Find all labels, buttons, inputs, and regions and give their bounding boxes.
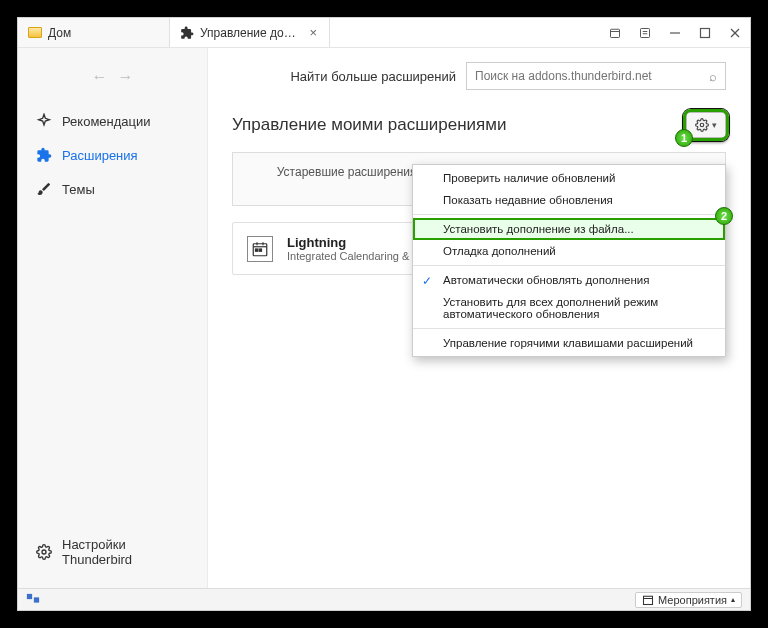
statusbar-events-button[interactable]: Мероприятия ▴ [635,592,742,608]
page-heading: Управление моими расширениями [232,115,686,135]
sidebar-item-themes[interactable]: Темы [18,172,207,206]
svg-rect-19 [644,596,653,604]
search-icon[interactable]: ⌕ [709,69,717,84]
sidebar-item-settings[interactable]: Настройки Thunderbird [18,528,207,576]
maximize-button[interactable] [690,18,720,48]
back-arrow-icon[interactable]: ← [92,68,108,86]
close-window-button[interactable] [720,18,750,48]
menu-set-all-auto[interactable]: Установить для всех дополнений режим авт… [413,291,725,325]
nav-arrows: ← → [18,58,207,104]
tab-addons-label: Управление дополнениями [200,26,301,40]
menu-check-updates[interactable]: Проверить наличие обновлений [413,167,725,189]
svg-rect-6 [701,28,710,37]
menu-separator [413,328,725,329]
statusbar: Мероприятия ▴ [18,588,750,610]
menu-manage-shortcuts[interactable]: Управление горячими клавишами расширений [413,332,725,354]
puzzle-icon [180,26,194,40]
puzzle-icon [36,147,52,163]
menu-install-from-file[interactable]: Установить дополнение из файла... [413,218,725,240]
tab-addons[interactable]: Управление дополнениями × [170,18,330,47]
brush-icon [36,181,52,197]
search-box[interactable]: ⌕ [466,62,726,90]
minimize-button[interactable] [660,18,690,48]
menu-debug-addons[interactable]: Отладка дополнений [413,240,725,262]
sidebar-item-recommendations[interactable]: Рекомендации [18,104,207,138]
sidebar-item-extensions[interactable]: Расширения [18,138,207,172]
menu-separator [413,214,725,215]
svg-rect-15 [256,249,258,251]
tab-home-label: Дом [48,26,71,40]
calendar-icon [247,236,273,262]
menu-auto-update[interactable]: Автоматически обновлять дополнения [413,269,725,291]
svg-point-9 [42,550,46,554]
window-controls [600,18,750,47]
sidebar-settings-label: Настройки Thunderbird [62,537,189,567]
menu-recent-updates[interactable]: Показать недавние обновления [413,189,725,211]
titlebar: Дом Управление дополнениями × [18,18,750,48]
svg-rect-18 [34,597,39,602]
main-content: Найти больше расширений ⌕ Управление мои… [208,48,750,588]
folder-icon [28,27,42,38]
svg-point-10 [700,123,704,127]
tab-home[interactable]: Дом [18,18,170,47]
forward-arrow-icon[interactable]: → [118,68,134,86]
search-input[interactable] [475,69,709,83]
gear-icon [695,118,709,132]
annotation-badge-2: 2 [715,207,733,225]
tools-gear-button[interactable]: ▾ 1 [686,112,726,138]
gear-icon [36,544,52,560]
sidebar-extensions-label: Расширения [62,148,138,163]
tab-close-button[interactable]: × [307,25,319,40]
svg-rect-2 [641,28,650,37]
app-icon [26,593,40,607]
svg-rect-17 [27,593,32,598]
sparkle-icon [36,113,52,129]
chevron-up-icon: ▴ [731,595,735,604]
svg-rect-0 [611,29,620,37]
statusbar-events-label: Мероприятия [658,594,727,606]
sidebar: ← → Рекомендации Расширения Темы Настрой… [18,48,208,588]
search-label: Найти больше расширений [290,69,456,84]
calendar-small-icon [642,594,654,606]
tasks-button[interactable] [630,18,660,48]
gear-dropdown-menu: 2 Проверить наличие обновлений Показать … [412,164,726,357]
sidebar-themes-label: Темы [62,182,95,197]
app-window: Дом Управление дополнениями × ← → [18,18,750,610]
sidebar-recommendations-label: Рекомендации [62,114,151,129]
svg-rect-16 [259,249,261,251]
menu-separator [413,265,725,266]
calendar-button[interactable] [600,18,630,48]
chevron-down-icon: ▾ [712,120,717,130]
